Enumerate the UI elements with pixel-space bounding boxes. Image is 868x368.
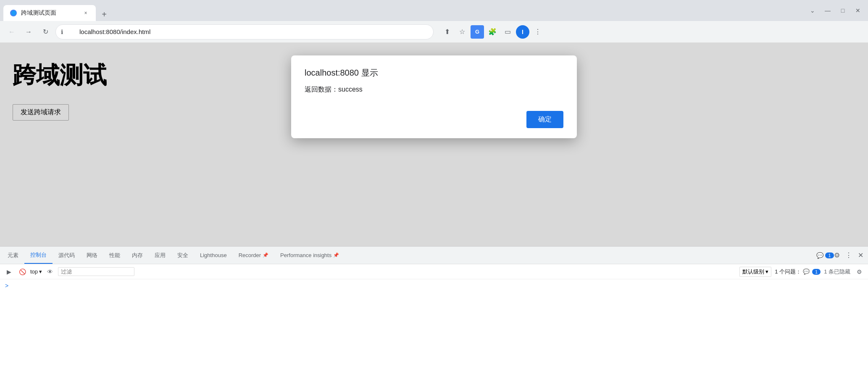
address-bar: ← → ↻ ℹ localhost:8080/index.html ⬆ ☆ G … — [0, 21, 868, 43]
active-tab[interactable]: 🌐 跨域测试页面 × — [3, 5, 96, 21]
devtools-badge[interactable]: 💬 1 — [819, 250, 831, 261]
tab-security[interactable]: 安全 — [171, 247, 194, 264]
tab-favicon: 🌐 — [10, 10, 17, 16]
page-content: 跨域测试 发送跨域请求 localhost:8080 显示 返回数据：succe… — [0, 43, 868, 246]
hidden-messages: 1 条已隐藏 — [824, 268, 850, 276]
alert-overlay: localhost:8080 显示 返回数据：success 确定 — [0, 43, 868, 246]
hidden-settings-button[interactable]: ⚙ — [854, 266, 865, 277]
devtools-more-button[interactable]: ⋮ — [843, 250, 855, 261]
translate-button[interactable]: G — [471, 25, 484, 39]
context-selector[interactable]: top ▾ — [30, 268, 42, 275]
minimize-button[interactable]: — — [821, 5, 834, 16]
browser-window: 🌐 跨域测试页面 × + ⌄ — □ ✕ ← → ↻ ℹ localhost:8… — [0, 0, 868, 368]
tab-performance-insights[interactable]: Performance insights 📌 — [274, 247, 345, 264]
sidebar-button[interactable]: ▭ — [501, 25, 514, 39]
console-play-button[interactable]: ▶ — [3, 266, 14, 277]
console-toolbar: ▶ 🚫 top ▾ 👁 默认级别 ▾ 1 个问题： 💬 1 1 条已隐藏 — [0, 264, 868, 279]
share-button[interactable]: ⬆ — [440, 25, 454, 39]
devtools-tabs: 元素 控制台 源代码 网络 性能 内存 应用 安全 — [0, 247, 868, 264]
tab-console[interactable]: 控制台 — [24, 247, 53, 264]
profile-avatar[interactable]: I — [516, 25, 529, 39]
log-level-selector[interactable]: 默认级别 ▾ — [739, 267, 772, 277]
alert-ok-button[interactable]: 确定 — [526, 111, 563, 128]
new-tab-button[interactable]: + — [97, 8, 111, 21]
alert-footer: 确定 — [305, 111, 563, 128]
devtools-settings-button[interactable]: ⚙ — [831, 250, 843, 261]
back-button[interactable]: ← — [5, 25, 18, 39]
recorder-pin-icon: 📌 — [263, 252, 268, 258]
performance-insights-pin-icon: 📌 — [333, 252, 339, 258]
tab-performance[interactable]: 性能 — [103, 247, 126, 264]
tab-recorder[interactable]: Recorder 📌 — [233, 247, 274, 264]
tab-lighthouse[interactable]: Lighthouse — [194, 247, 233, 264]
url-text: localhost:8080/index.html — [71, 28, 150, 35]
chevron-down-button[interactable]: ⌄ — [806, 5, 819, 16]
eye-button[interactable]: 👁 — [45, 266, 55, 277]
tab-network[interactable]: 网络 — [81, 247, 103, 264]
maximize-button[interactable]: □ — [836, 5, 850, 16]
window-close-button[interactable]: ✕ — [851, 5, 865, 16]
console-toolbar-right: 默认级别 ▾ 1 个问题： 💬 1 1 条已隐藏 ⚙ — [739, 266, 865, 277]
filter-input[interactable] — [58, 267, 134, 276]
menu-button[interactable]: ⋮ — [531, 25, 544, 39]
tab-sources[interactable]: 源代码 — [53, 247, 81, 264]
tab-area: 🌐 跨域测试页面 × + — [3, 0, 806, 21]
tab-title: 跨域测试页面 — [21, 9, 78, 17]
console-prompt[interactable]: > — [5, 282, 8, 289]
tab-elements[interactable]: 元素 — [2, 247, 24, 264]
devtools-panel: 元素 控制台 源代码 网络 性能 内存 应用 安全 — [0, 246, 868, 368]
issues-indicator: 1 个问题： 💬 1 — [775, 268, 821, 276]
bookmark-button[interactable]: ☆ — [455, 25, 469, 39]
refresh-button[interactable]: ↻ — [39, 25, 52, 39]
url-input[interactable]: ℹ localhost:8080/index.html — [55, 24, 434, 39]
issues-badge: 1 — [812, 269, 821, 275]
tab-close-button[interactable]: × — [82, 10, 89, 16]
tab-application[interactable]: 应用 — [149, 247, 171, 264]
lock-icon: ℹ — [61, 29, 63, 35]
console-content: > — [0, 279, 868, 368]
alert-dialog: localhost:8080 显示 返回数据：success 确定 — [291, 55, 577, 138]
forward-button[interactable]: → — [22, 25, 35, 39]
console-block-button[interactable]: 🚫 — [17, 266, 28, 277]
extension-button[interactable]: 🧩 — [486, 25, 499, 39]
alert-title: localhost:8080 显示 — [305, 67, 563, 79]
title-bar: 🌐 跨域测试页面 × + ⌄ — □ ✕ — [0, 0, 868, 21]
tab-memory[interactable]: 内存 — [126, 247, 149, 264]
alert-body: 返回数据：success — [305, 85, 563, 94]
toolbar-right: ⬆ ☆ G 🧩 ▭ I ⋮ — [440, 25, 544, 39]
window-controls: ⌄ — □ ✕ — [806, 5, 865, 16]
devtools-close-button[interactable]: ✕ — [855, 250, 866, 261]
